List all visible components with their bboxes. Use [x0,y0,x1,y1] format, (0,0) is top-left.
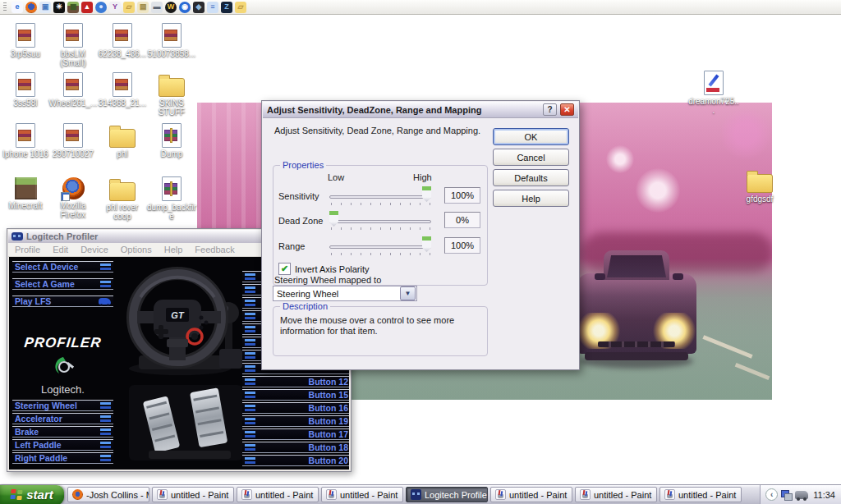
fractal-app-icon[interactable]: ✳ [53,2,65,13]
tray-chevron-icon[interactable]: ‹ [765,488,778,501]
wine-glass-icon[interactable]: Y [109,2,121,13]
desktop-icon-mozilla-firefox[interactable]: Mozilla Firefox [48,175,99,219]
wallpaper-lens-flare [636,168,680,213]
slider-thumb-dead-zone[interactable] [329,211,338,227]
menu-edit[interactable]: Edit [53,245,68,254]
folder-a-icon[interactable]: ▱ [123,2,135,13]
toolbar-grip[interactable] [3,2,7,12]
close-icon[interactable]: ✕ [560,103,574,116]
taskbar: start -Josh Collins - M...untitled - Pai… [0,484,841,504]
invert-axis-checkbox[interactable]: ✔ [278,263,291,275]
desktop-icon-314368-21[interactable]: 314368_21... [97,71,148,108]
profiler-item-button-18[interactable]: Button 18 [242,442,349,453]
slider-track-dead-zone[interactable] [329,220,431,223]
taskbar-item-untitled-paint[interactable]: untitled - Paint [152,487,234,502]
desktop-icon-phl-rover-coop[interactable]: phl rover coop [97,175,148,221]
menu-lines-icon [245,405,255,411]
desktop-icon-62238-436[interactable]: 62238_436... [97,21,148,58]
menu-lines-icon [100,415,111,422]
rar-icon [63,23,83,48]
network-tray-icon[interactable] [781,490,792,500]
profiler-item-button-20[interactable]: Button 20 [242,455,349,466]
ati-icon[interactable]: ▲ [81,2,93,13]
firefox-icon [62,177,85,199]
profiler-item-accelerator[interactable]: Accelerator [12,413,113,424]
taskbar-item-untitled-paint[interactable]: untitled - Paint [321,487,403,502]
folder-b-icon[interactable]: ▱ [235,2,246,13]
taskbar-item-untitled-paint[interactable]: untitled - Paint [237,487,319,502]
desktop-icon-iphone-1016[interactable]: Iphone 1016 [0,121,51,158]
taskbar-item-untitled-paint[interactable]: untitled - Paint [575,487,657,502]
java-icon[interactable]: ● [95,2,107,13]
profiler-item-button-12[interactable]: Button 12 [242,376,349,387]
folder-icon [109,182,136,201]
windows-flag-icon [11,489,24,500]
wheel-tray-icon[interactable] [795,491,808,499]
slider-row-dead-zone: Dead Zone0% [273,212,487,231]
taskbar-item-untitled-paint[interactable]: untitled - Paint [659,487,742,502]
desktop-icon-gfdgsdf[interactable]: gfdgsdf [734,167,785,204]
desktop-icon-dreamon725[interactable]: dreamon725... [688,69,739,115]
cancel-button[interactable]: Cancel [493,149,569,166]
help-button[interactable]: Help [493,190,569,207]
slider-track-range[interactable] [329,245,431,249]
pedals-image [124,378,247,466]
profiler-item-select-a-device[interactable]: Select A Device [12,261,113,273]
document-icon[interactable]: ≡ [207,2,218,13]
slider-thumb-sensitivity[interactable] [422,186,431,202]
installer-icon[interactable]: ▤ [137,2,149,13]
profiler-item-select-a-game[interactable]: Select A Game [12,278,113,290]
minecraft-icon[interactable]: ▦ [67,2,79,13]
rar-icon [16,23,35,48]
slider-ticks [331,253,430,255]
desktop-icon-290710027[interactable]: 290710027 [48,121,99,158]
desktop-icon-3ss58l[interactable]: 3ss58l [0,71,51,108]
car-sim-icon[interactable]: ▬ [151,2,163,13]
firefox-icon[interactable] [25,2,37,13]
taskbar-item-logitech-profiler[interactable]: Logitech Profiler [406,487,488,502]
robot-app-icon[interactable]: ◆ [193,2,205,13]
slider-thumb-range[interactable] [422,236,431,252]
menu-feedback[interactable]: Feedback [195,245,234,254]
taskbar-item-untitled-paint[interactable]: untitled - Paint [490,487,572,502]
menu-profile[interactable]: Profile [15,245,40,254]
desktop-icon-3rp5suu[interactable]: 3rp5suu [0,21,51,58]
slider-label: Dead Zone [278,216,323,226]
folder-icon [747,174,773,193]
ok-button[interactable]: OK [493,128,569,145]
menu-device[interactable]: Device [80,245,108,254]
desktop-icon-bbslm-small[interactable]: bbsLM (Small) [48,21,99,67]
dialog-title-bar[interactable]: Adjust Sensitivity, DeadZone, Range and … [263,102,578,118]
wow-icon[interactable]: W [165,2,177,13]
profiler-item-right-paddle[interactable]: Right Paddle [12,452,113,464]
zbrush-icon[interactable]: Z [221,2,232,13]
desktop-icon-dump-backfire[interactable]: dump_backfire [146,175,197,221]
media-player-icon[interactable]: ◉ [179,2,191,13]
desktop-icon-skins-stuff[interactable]: SKINS STUFF [146,71,197,117]
slider-track-sensitivity[interactable] [329,195,431,199]
profiler-item-button-19[interactable]: Button 19 [242,415,349,427]
movie-maker-icon[interactable]: ▣ [39,2,51,13]
desktop-icon-minecraft[interactable]: Minecraft [0,175,51,210]
profiler-item-button-17[interactable]: Button 17 [242,428,349,440]
start-button[interactable]: start [0,485,64,504]
help-titlebar-button[interactable]: ? [543,103,557,116]
menu-options[interactable]: Options [121,245,152,254]
profiler-item-button-15[interactable]: Button 15 [242,389,349,401]
taskbar-item-josh-collins-m[interactable]: -Josh Collins - M... [67,487,149,502]
defaults-button[interactable]: Defaults [493,169,569,186]
internet-explorer-icon[interactable]: e [11,2,23,13]
profiler-item-play-lfs[interactable]: Play LFS [12,296,113,307]
desktop-icon-wheel261[interactable]: Wheel261_... [48,71,99,108]
item-label: Button 20 [259,456,348,465]
mapping-combobox[interactable]: Steering Wheel ▼ [273,286,417,301]
menu-help[interactable]: Help [164,245,183,254]
desktop-icon-510073858[interactable]: 510073858... [146,21,197,58]
profiler-item-brake[interactable]: Brake [12,426,113,438]
desktop-icon-dump[interactable]: Dump [146,121,197,158]
chevron-down-icon[interactable]: ▼ [400,286,416,300]
profiler-item-steering-wheel[interactable]: Steering Wheel [12,400,113,411]
profiler-item-left-paddle[interactable]: Left Paddle [12,439,113,451]
desktop-icon-phl[interactable]: phl [97,121,148,158]
profiler-item-button-16[interactable]: Button 16 [242,402,349,414]
